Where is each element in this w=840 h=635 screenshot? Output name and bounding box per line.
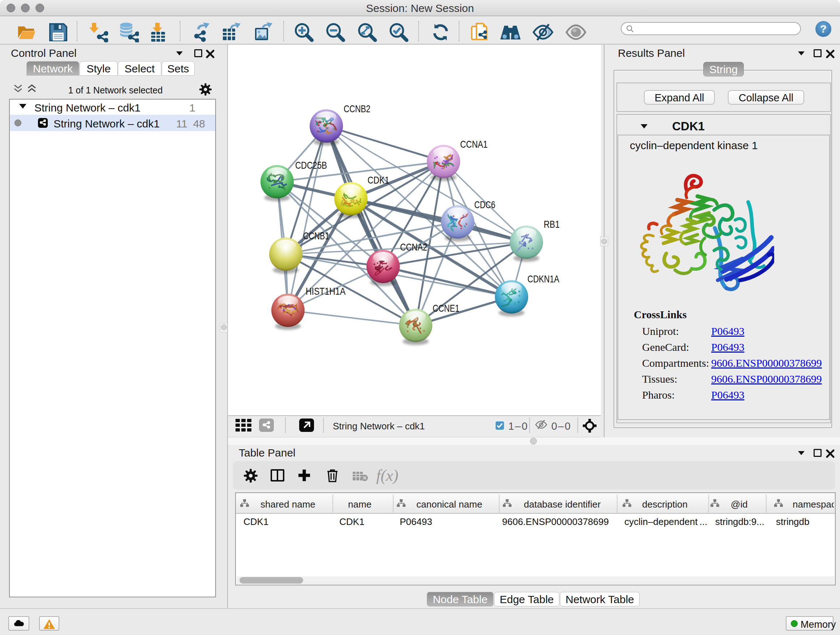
svg-text:CDC25B: CDC25B — [295, 160, 327, 171]
svg-text:RB1: RB1 — [544, 219, 560, 230]
svg-text:CCNA1: CCNA1 — [460, 139, 488, 150]
svg-text:CDC6: CDC6 — [474, 199, 495, 211]
svg-text:CDKN1A: CDKN1A — [527, 273, 559, 285]
svg-text:CCNE1: CCNE1 — [433, 302, 459, 314]
svg-text:CCNB1: CCNB1 — [303, 230, 329, 241]
svg-text:CDK1: CDK1 — [368, 174, 389, 186]
svg-text:HIST1H1A: HIST1H1A — [306, 286, 346, 297]
svg-text:CCNB2: CCNB2 — [344, 103, 370, 114]
svg-text:CCNA2: CCNA2 — [400, 241, 427, 253]
